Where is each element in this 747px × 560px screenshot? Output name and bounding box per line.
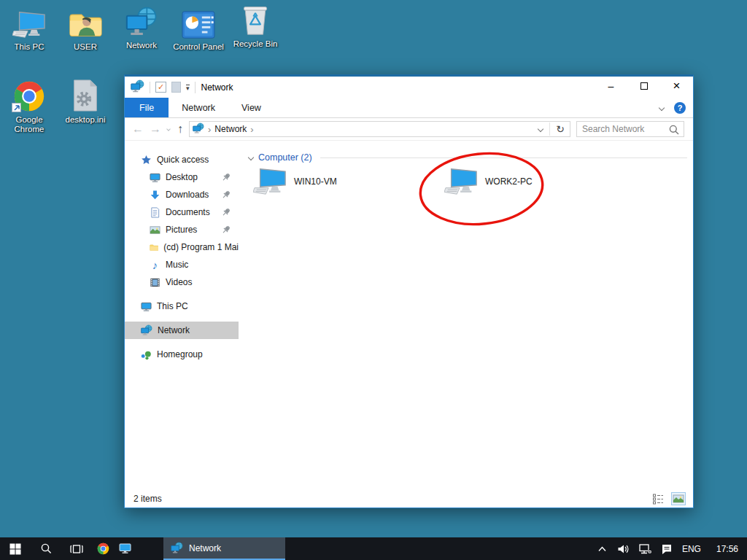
search-box[interactable] [576, 121, 684, 137]
desktop-icon-network[interactable]: Network [113, 3, 170, 50]
pin-icon[interactable] [221, 172, 231, 182]
refresh-icon[interactable]: ↻ [554, 123, 567, 135]
network-icon [125, 3, 158, 38]
sidebar-item-pictures[interactable]: Pictures [125, 221, 239, 238]
help-icon[interactable]: ? [674, 102, 686, 114]
language-indicator[interactable]: ENG [682, 544, 701, 554]
window-title: Network [201, 82, 233, 93]
document-icon [150, 207, 160, 218]
task-view-button[interactable] [61, 537, 92, 560]
sidebar-item-documents[interactable]: Documents [125, 203, 239, 221]
sidebar-item-network[interactable]: Network [125, 322, 239, 339]
forward-button[interactable]: → [150, 123, 161, 135]
tray-overflow-chevron-icon[interactable] [597, 544, 608, 553]
qat-customize-icon[interactable]: ▾ [186, 85, 190, 90]
pin-icon[interactable] [221, 207, 231, 217]
close-button[interactable]: × [660, 75, 693, 97]
taskbar-task-network[interactable]: Network [163, 537, 285, 560]
network-tray-icon[interactable] [638, 543, 651, 555]
status-bar: 2 items [125, 490, 693, 508]
sidebar-item-label: Homegroup [157, 349, 203, 359]
windows-logo-icon [9, 543, 21, 555]
qat-properties-icon[interactable]: ✓ [155, 82, 166, 93]
sidebar-item-this-pc[interactable]: This PC [125, 298, 239, 315]
volume-icon[interactable] [617, 543, 629, 555]
maximize-button[interactable] [627, 75, 660, 97]
title-bar[interactable]: ✓ ▾ Network – × [125, 77, 693, 98]
desktop-icon-desktop-ini[interactable]: desktop.ini [57, 77, 114, 125]
tab-file[interactable]: File [125, 98, 169, 117]
sidebar-item-label: Videos [166, 277, 192, 287]
this-pc-icon [12, 4, 46, 39]
group-label: Computer (2) [258, 152, 312, 163]
recycle-bin-icon [239, 1, 271, 36]
desktop-icon-recycle-bin[interactable]: Recycle Bin [227, 1, 284, 49]
sidebar-item-music[interactable]: ♪ Music [125, 256, 239, 273]
group-rule [320, 158, 687, 158]
collapse-group-icon[interactable] [248, 155, 254, 160]
taskbar-chrome-button[interactable] [92, 537, 114, 560]
sidebar-item-cd-program[interactable]: (cd) Program 1 Mai [125, 238, 239, 256]
details-view-button[interactable] [651, 492, 665, 505]
sidebar-item-label: Pictures [166, 225, 197, 235]
ini-file-icon [71, 77, 100, 112]
computer-icon [253, 167, 287, 196]
pin-icon[interactable] [221, 190, 231, 200]
search-icon [668, 124, 680, 136]
this-pc-icon [141, 301, 152, 312]
taskbar-search-button[interactable] [31, 537, 61, 560]
ribbon-tabs: File Network View ? [125, 98, 693, 118]
items-view[interactable]: Computer (2) WIN10-VM WORK2-PC [239, 141, 693, 491]
minimize-ribbon-icon[interactable] [659, 105, 665, 111]
clock[interactable]: 17:56 [716, 544, 738, 554]
back-button[interactable]: ← [132, 123, 144, 135]
breadcrumb-chevron[interactable]: › [250, 124, 253, 135]
breadcrumb[interactable]: Network [214, 124, 247, 134]
film-icon [150, 277, 160, 288]
user-folder-icon [69, 4, 102, 39]
taskbar-display-button[interactable] [114, 537, 136, 560]
divider [195, 82, 196, 93]
address-network-icon [193, 122, 204, 136]
action-center-icon[interactable] [661, 543, 673, 555]
start-button[interactable] [0, 537, 31, 560]
sidebar-item-downloads[interactable]: Downloads [125, 186, 239, 203]
recent-locations-icon[interactable] [166, 127, 171, 131]
group-header[interactable]: Computer (2) [249, 152, 687, 163]
desktop-icon-control-panel[interactable]: Control Panel [170, 4, 227, 52]
desktop-icon-label: This PC [15, 42, 44, 52]
desktop-icon-label: desktop.ini [66, 115, 106, 125]
desktop-icon-label: Control Panel [173, 42, 224, 52]
sidebar-item-label: This PC [157, 301, 188, 311]
up-button[interactable]: ↑ [177, 123, 183, 135]
computer-item-win10-vm[interactable]: WIN10-VM [253, 167, 337, 196]
thumbnails-view-button[interactable] [671, 492, 686, 505]
minimize-button[interactable]: – [595, 75, 627, 97]
address-dropdown-icon[interactable] [538, 126, 543, 132]
qat-new-folder-icon[interactable] [171, 82, 181, 93]
desktop-icon-label: Google Chrome [9, 115, 50, 134]
computer-name: WIN10-VM [294, 176, 337, 187]
tab-view[interactable]: View [228, 98, 274, 117]
sidebar-item-homegroup[interactable]: Homegroup [125, 346, 239, 363]
sidebar-item-label: Downloads [166, 190, 209, 200]
pin-icon[interactable] [221, 225, 231, 235]
sidebar-item-desktop[interactable]: Desktop [125, 168, 239, 186]
navigation-bar: ← → ↑ › Network › ↻ [125, 118, 693, 141]
task-view-icon [70, 543, 83, 555]
sidebar-item-videos[interactable]: Videos [125, 273, 239, 291]
tab-network[interactable]: Network [169, 98, 228, 117]
taskbar: Network ENG 17:56 [0, 537, 747, 560]
sidebar-item-quick-access[interactable]: Quick access [125, 151, 239, 168]
desktop-icon-user-folder[interactable]: USER [57, 4, 114, 52]
desktop: This PC USER Network Control Panel Recyc… [0, 0, 747, 560]
address-bar[interactable]: › Network › ↻ [189, 121, 570, 137]
computer-name: WORK2-PC [485, 176, 533, 187]
chrome-icon [97, 542, 109, 555]
task-label: Network [189, 543, 221, 553]
desktop-icon-this-pc[interactable]: This PC [1, 4, 58, 52]
network-icon [141, 324, 152, 336]
download-arrow-icon [150, 190, 160, 201]
computer-item-work2-pc[interactable]: WORK2-PC [444, 167, 533, 196]
desktop-icon-google-chrome[interactable]: Google Chrome [1, 77, 58, 134]
